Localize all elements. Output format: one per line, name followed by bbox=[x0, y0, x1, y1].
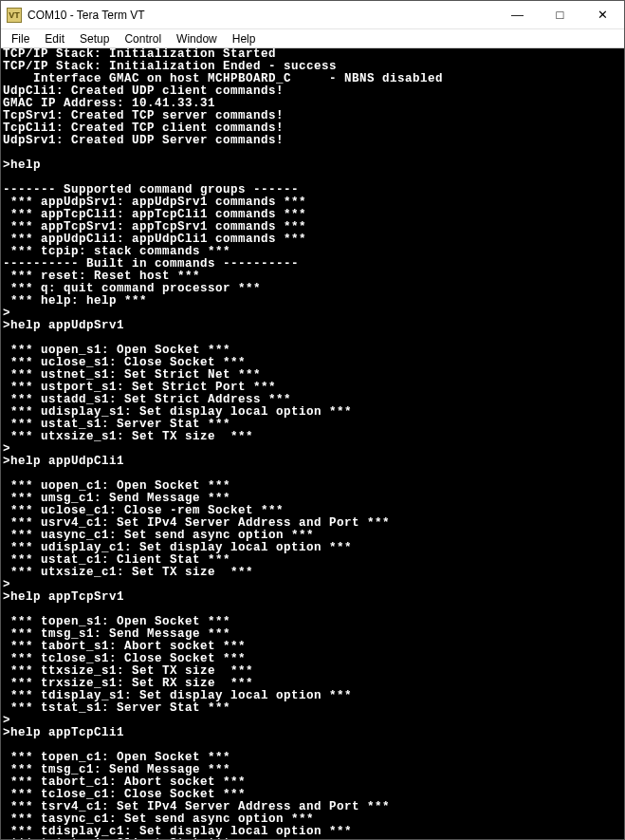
menubar: File Edit Setup Control Window Help bbox=[1, 29, 624, 48]
window-title: COM10 - Tera Term VT bbox=[28, 9, 496, 22]
window-buttons: ― □ ✕ bbox=[496, 1, 624, 28]
menu-window[interactable]: Window bbox=[170, 31, 224, 47]
menu-help[interactable]: Help bbox=[226, 31, 263, 47]
menu-setup[interactable]: Setup bbox=[73, 31, 116, 47]
terminal-output[interactable]: TCP/IP Stack: Initialization Started TCP… bbox=[1, 48, 624, 839]
maximize-button[interactable]: □ bbox=[539, 1, 581, 28]
close-button[interactable]: ✕ bbox=[581, 1, 624, 28]
titlebar[interactable]: VT COM10 - Tera Term VT ― □ ✕ bbox=[1, 1, 624, 29]
app-window: VT COM10 - Tera Term VT ― □ ✕ File Edit … bbox=[0, 0, 625, 840]
menu-control[interactable]: Control bbox=[118, 31, 168, 47]
teraterm-icon: VT bbox=[7, 8, 22, 23]
menu-edit[interactable]: Edit bbox=[38, 31, 71, 47]
menu-file[interactable]: File bbox=[5, 31, 36, 47]
minimize-button[interactable]: ― bbox=[496, 1, 539, 28]
